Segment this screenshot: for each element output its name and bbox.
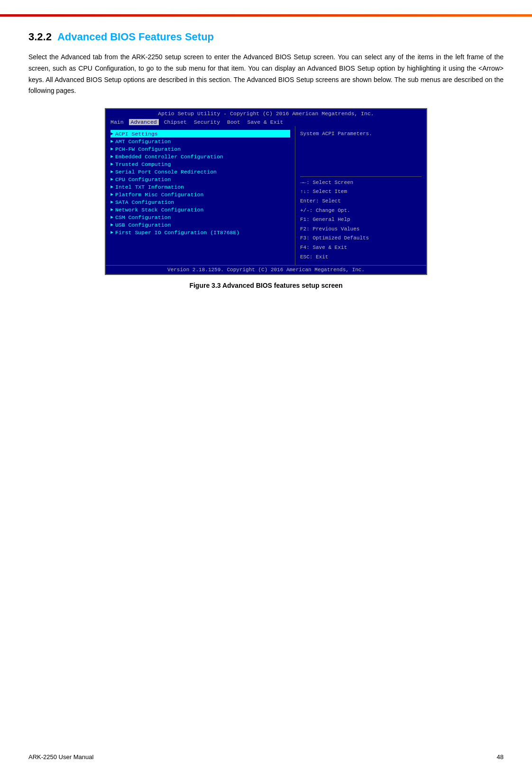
help-key-f3: F3: Optimized Defaults	[300, 234, 422, 243]
menu-item-platform[interactable]: ► Platform Misc Configuration	[110, 191, 290, 198]
arrow-icon: ►	[110, 162, 113, 167]
menu-label: Embedded Controller Configuration	[115, 154, 223, 160]
menu-item-amt[interactable]: ► AMT Configuration	[110, 138, 290, 145]
menu-item-pch[interactable]: ► PCH-FW Configuration	[110, 145, 290, 153]
page-footer: ARK-2250 User Manual 48	[28, 753, 504, 761]
nav-advanced[interactable]: Advanced	[129, 119, 159, 125]
help-key-change: +/-: Change Opt.	[300, 207, 422, 215]
right-desc-text: System ACPI Parameters.	[300, 130, 422, 138]
menu-item-acpi[interactable]: ► ACPI Settings	[110, 130, 290, 138]
menu-item-trusted[interactable]: ► Trusted Computing	[110, 160, 290, 168]
arrow-icon: ►	[110, 177, 113, 182]
help-key-enter: Enter: Select	[300, 197, 422, 206]
arrow-icon: ►	[110, 200, 113, 205]
body-text: Select the Advanced tab from the ARK-225…	[28, 52, 504, 97]
menu-label: USB Configuration	[115, 222, 171, 228]
arrow-icon: ►	[110, 215, 113, 220]
menu-item-cpu[interactable]: ► CPU Configuration	[110, 175, 290, 183]
arrow-icon: ►	[110, 147, 113, 152]
bios-screenshot-container: Aptio Setup Utility - Copyright (C) 2016…	[28, 108, 504, 275]
help-key-f4: F4: Save & Exit	[300, 244, 422, 252]
menu-label: Intel TXT Information	[115, 184, 184, 190]
menu-label: Serial Port Console Redirection	[115, 169, 217, 175]
bios-right-panel: System ACPI Parameters. →←: Select Scree…	[295, 126, 426, 265]
help-key-esc: ESC: Exit	[300, 253, 422, 262]
menu-item-ec[interactable]: ► Embedded Controller Configuration	[110, 153, 290, 160]
menu-label: Platform Misc Configuration	[115, 192, 203, 198]
menu-item-serial[interactable]: ► Serial Port Console Redirection	[110, 168, 290, 175]
figure-caption: Figure 3.3 Advanced BIOS features setup …	[28, 282, 504, 289]
menu-item-usb[interactable]: ► USB Configuration	[110, 221, 290, 229]
footer-right: 48	[497, 753, 504, 761]
menu-label: First Super IO Configuration (IT8768E)	[115, 229, 239, 236]
bios-divider	[300, 176, 422, 177]
nav-security[interactable]: Security	[192, 119, 222, 125]
top-accent-bar	[0, 14, 532, 17]
bios-nav: Main Advanced Chipset Security Boot Save…	[106, 118, 426, 126]
arrow-icon: ►	[110, 131, 113, 137]
bios-right-description: System ACPI Parameters. →←: Select Scree…	[300, 130, 422, 261]
section-title: Advanced BIOS Features Setup	[57, 31, 214, 43]
bios-left-panel: ► ACPI Settings ► AMT Configuration ► PC…	[106, 126, 295, 265]
menu-item-csm[interactable]: ► CSM Configuration	[110, 213, 290, 221]
arrow-icon: ►	[110, 230, 113, 235]
help-key-select-item: ↑↓: Select Item	[300, 188, 422, 196]
menu-label: PCH-FW Configuration	[115, 146, 181, 152]
menu-item-network[interactable]: ► Network Stack Configuration	[110, 206, 290, 213]
menu-label: CSM Configuration	[115, 214, 171, 220]
menu-label: CPU Configuration	[115, 176, 171, 183]
arrow-icon: ►	[110, 154, 113, 159]
menu-label: SATA Configuration	[115, 199, 174, 205]
nav-main[interactable]: Main	[109, 119, 126, 125]
footer-left: ARK-2250 User Manual	[28, 753, 93, 761]
arrow-icon: ►	[110, 207, 113, 212]
bios-header: Aptio Setup Utility - Copyright (C) 2016…	[106, 109, 426, 118]
help-key-f1: F1: General Help	[300, 216, 422, 224]
menu-item-intel-txt[interactable]: ► Intel TXT Information	[110, 183, 290, 191]
bios-screen: Aptio Setup Utility - Copyright (C) 2016…	[105, 108, 427, 275]
menu-label: Network Stack Configuration	[115, 207, 203, 213]
bios-footer: Version 2.18.1259. Copyright (C) 2016 Am…	[106, 265, 426, 274]
arrow-icon: ►	[110, 192, 113, 197]
nav-chipset[interactable]: Chipset	[162, 119, 189, 125]
nav-boot[interactable]: Boot	[225, 119, 242, 125]
arrow-icon: ►	[110, 169, 113, 174]
menu-label: Trusted Computing	[115, 161, 171, 167]
section-number: 3.2.2	[28, 31, 52, 43]
bios-body: ► ACPI Settings ► AMT Configuration ► PC…	[106, 126, 426, 265]
menu-item-first-super-io[interactable]: ► First Super IO Configuration (IT8768E)	[110, 229, 290, 236]
menu-item-sata[interactable]: ► SATA Configuration	[110, 198, 290, 206]
help-key-f2: F2: Previous Values	[300, 225, 422, 234]
help-key-select-screen: →←: Select Screen	[300, 179, 422, 187]
arrow-icon: ►	[110, 222, 113, 228]
menu-label: AMT Configuration	[115, 138, 171, 145]
arrow-icon: ►	[110, 139, 113, 144]
menu-label: ACPI Settings	[115, 131, 158, 137]
nav-save-exit[interactable]: Save & Exit	[246, 119, 285, 125]
arrow-icon: ►	[110, 184, 113, 190]
section-header: 3.2.2 Advanced BIOS Features Setup	[28, 31, 504, 43]
